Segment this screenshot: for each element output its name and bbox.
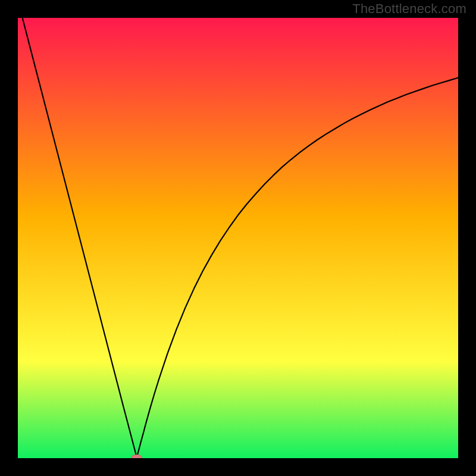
watermark-text: TheBottleneck.com (352, 1, 466, 17)
plot-area (18, 18, 458, 458)
chart-frame: TheBottleneck.com (0, 0, 476, 476)
gradient-background (18, 18, 458, 458)
bottleneck-curve-chart (18, 18, 458, 458)
